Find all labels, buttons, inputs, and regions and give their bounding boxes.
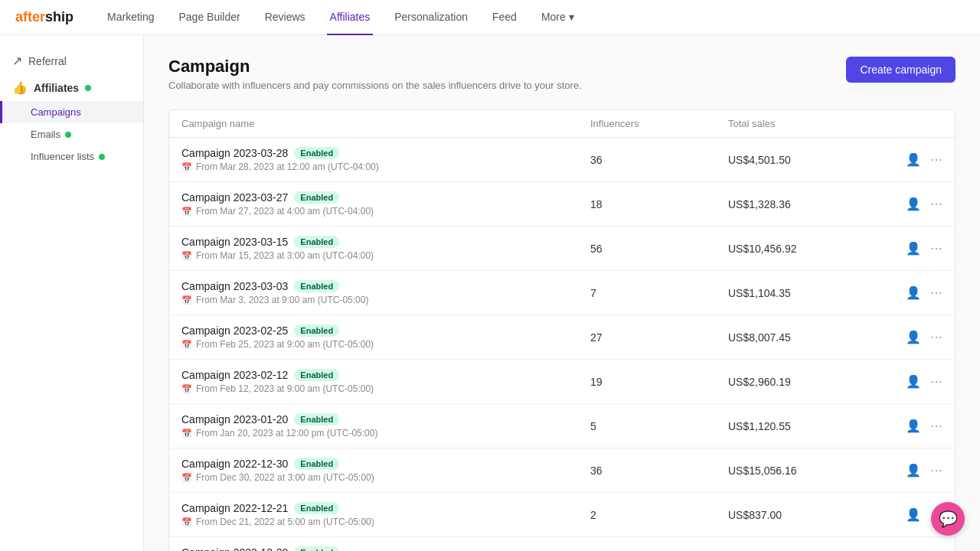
total-sales: US$10,456.92 xyxy=(728,243,897,255)
campaign-date-text: From Dec 21, 2022 at 5:00 am (UTC-05:00) xyxy=(196,517,374,527)
row-actions: 👤 ⋯ xyxy=(897,152,942,167)
table-row: Campaign 2023-03-27 Enabled 📅 From Mar 2… xyxy=(169,182,955,227)
calendar-icon: 📅 xyxy=(181,251,192,261)
calendar-icon: 📅 xyxy=(181,473,192,483)
more-options-icon[interactable]: ⋯ xyxy=(930,285,942,300)
total-sales: US$15,056.16 xyxy=(728,465,897,477)
manage-influencers-icon[interactable]: 👤 xyxy=(906,197,921,211)
campaign-date-text: From Mar 3, 2023 at 9:00 am (UTC-05:00) xyxy=(196,295,368,305)
influencer-count: 18 xyxy=(590,198,728,210)
campaign-name-text: Campaign 2022-12-30 xyxy=(181,458,288,470)
calendar-icon: 📅 xyxy=(181,295,192,305)
campaign-date-text: From Mar 28, 2023 at 12:00 am (UTC-04:00… xyxy=(196,161,379,172)
influencer-count: 36 xyxy=(590,154,728,166)
campaign-date-text: From Feb 12, 2023 at 9:00 am (UTC-05:00) xyxy=(196,383,374,394)
nav-personalization[interactable]: Personalization xyxy=(391,0,471,35)
influencer-count: 36 xyxy=(590,465,728,477)
campaign-name-text: Campaign 2023-03-28 xyxy=(181,147,288,159)
table-row: Campaign 2023-03-03 Enabled 📅 From Mar 3… xyxy=(169,271,955,315)
nav-page-builder[interactable]: Page Builder xyxy=(176,0,243,35)
influencer-count: 19 xyxy=(590,376,728,388)
nav-affiliates[interactable]: Affiliates xyxy=(327,0,374,35)
nav-feed[interactable]: Feed xyxy=(489,0,520,35)
campaign-name-text: Campaign 2022-12-21 xyxy=(181,502,288,514)
col-campaign-name: Campaign name xyxy=(181,118,590,129)
nav-marketing[interactable]: Marketing xyxy=(104,0,157,35)
chat-bubble[interactable]: 💬 xyxy=(931,502,965,536)
status-badge: Enabled xyxy=(294,502,339,514)
manage-influencers-icon[interactable]: 👤 xyxy=(906,463,921,478)
influencer-count: 5 xyxy=(590,420,728,432)
campaign-date-text: From Feb 25, 2023 at 9:00 am (UTC-05:00) xyxy=(196,339,374,350)
manage-influencers-icon[interactable]: 👤 xyxy=(906,330,921,344)
layout: ↗ Referral 👍 Affiliates Campaigns Emails… xyxy=(0,35,980,551)
total-sales: US$1,104.35 xyxy=(728,287,897,299)
manage-influencers-icon[interactable]: 👤 xyxy=(906,241,921,256)
sidebar-item-affiliates[interactable]: 👍 Affiliates xyxy=(0,74,143,101)
more-options-icon[interactable]: ⋯ xyxy=(930,463,942,478)
table-row: Campaign 2022-12-30 Enabled 📅 From Dec 3… xyxy=(169,448,955,493)
manage-influencers-icon[interactable]: 👤 xyxy=(906,285,921,300)
manage-influencers-icon[interactable]: 👤 xyxy=(906,419,921,433)
page-subtitle: Collaborate with influencers and pay com… xyxy=(168,80,582,91)
main-content: Campaign Collaborate with influencers an… xyxy=(144,35,980,551)
total-sales: US$1,328.36 xyxy=(728,198,897,210)
emails-dot xyxy=(65,132,71,138)
status-badge: Enabled xyxy=(294,369,339,381)
more-options-icon[interactable]: ⋯ xyxy=(930,152,942,167)
more-options-icon[interactable]: ⋯ xyxy=(930,197,942,211)
sidebar-sub-campaigns[interactable]: Campaigns xyxy=(0,101,143,123)
table-row: Campaign 2023-02-25 Enabled 📅 From Feb 2… xyxy=(169,315,955,360)
page-header: Campaign Collaborate with influencers an… xyxy=(168,57,956,91)
nav-more[interactable]: More ▾ xyxy=(538,0,577,35)
col-influencers: Influencers xyxy=(590,118,728,129)
table-row: Campaign 2023-02-12 Enabled 📅 From Feb 1… xyxy=(169,360,955,404)
campaign-info: Campaign 2023-03-28 Enabled 📅 From Mar 2… xyxy=(181,147,590,172)
campaign-info: Campaign 2022-12-21 Enabled 📅 From Dec 2… xyxy=(181,502,590,527)
more-options-icon[interactable]: ⋯ xyxy=(930,374,942,389)
campaign-date-text: From Jan 20, 2023 at 12:00 pm (UTC-05:00… xyxy=(196,428,377,439)
total-sales: US$2,960.19 xyxy=(728,376,897,388)
influencer-count: 56 xyxy=(590,243,728,255)
calendar-icon: 📅 xyxy=(181,384,192,394)
calendar-icon: 📅 xyxy=(181,429,192,439)
top-nav: aftership Marketing Page Builder Reviews… xyxy=(0,0,980,35)
campaign-info: Campaign 2022-12-30 Enabled 📅 From Dec 3… xyxy=(181,458,590,483)
campaign-name-text: Campaign 2023-03-03 xyxy=(181,280,288,292)
manage-influencers-icon[interactable]: 👤 xyxy=(906,374,921,389)
campaign-name-text: Campaign 2023-03-27 xyxy=(181,191,288,204)
influencer-count: 27 xyxy=(590,331,728,344)
campaign-info: Campaign 2022-12-20 Enabled 📅 From Dec 2… xyxy=(181,546,590,551)
calendar-icon: 📅 xyxy=(181,162,192,172)
nav-reviews[interactable]: Reviews xyxy=(262,0,309,35)
status-badge: Enabled xyxy=(294,147,339,159)
manage-influencers-icon[interactable]: 👤 xyxy=(906,152,921,167)
chevron-down-icon: ▾ xyxy=(569,11,574,23)
campaign-date-text: From Mar 15, 2023 at 3:00 am (UTC-04:00) xyxy=(196,250,374,261)
influencer-count: 2 xyxy=(590,509,728,521)
influencer-count: 7 xyxy=(590,287,728,299)
more-options-icon[interactable]: ⋯ xyxy=(930,330,942,344)
manage-influencers-icon[interactable]: 👤 xyxy=(906,507,921,522)
table-row: Campaign 2023-03-15 Enabled 📅 From Mar 1… xyxy=(169,227,955,271)
referral-icon: ↗ xyxy=(12,54,22,68)
col-total-sales: Total sales xyxy=(728,118,897,129)
more-options-icon[interactable]: ⋯ xyxy=(930,419,942,433)
row-actions: 👤 ⋯ xyxy=(897,285,942,300)
campaign-info: Campaign 2023-03-03 Enabled 📅 From Mar 3… xyxy=(181,280,590,305)
sidebar-sub-influencer-lists[interactable]: Influencer lists xyxy=(0,145,143,168)
total-sales: US$8,007.45 xyxy=(728,331,897,344)
sidebar-item-referral[interactable]: ↗ Referral xyxy=(0,47,143,74)
col-actions xyxy=(897,118,942,129)
logo: aftership xyxy=(15,9,74,25)
create-campaign-button[interactable]: Create campaign xyxy=(846,57,956,83)
status-badge: Enabled xyxy=(294,236,339,248)
sidebar-sub-emails[interactable]: Emails xyxy=(0,123,143,145)
more-options-icon[interactable]: ⋯ xyxy=(930,241,942,256)
campaign-info: Campaign 2023-01-20 Enabled 📅 From Jan 2… xyxy=(181,413,590,439)
row-actions: 👤 ⋯ xyxy=(897,419,942,433)
row-actions: 👤 ⋯ xyxy=(897,241,942,256)
campaign-name-text: Campaign 2022-12-20 xyxy=(181,546,288,551)
campaign-date-text: From Mar 27, 2023 at 4:00 am (UTC-04:00) xyxy=(196,206,374,217)
sidebar: ↗ Referral 👍 Affiliates Campaigns Emails… xyxy=(0,35,144,551)
